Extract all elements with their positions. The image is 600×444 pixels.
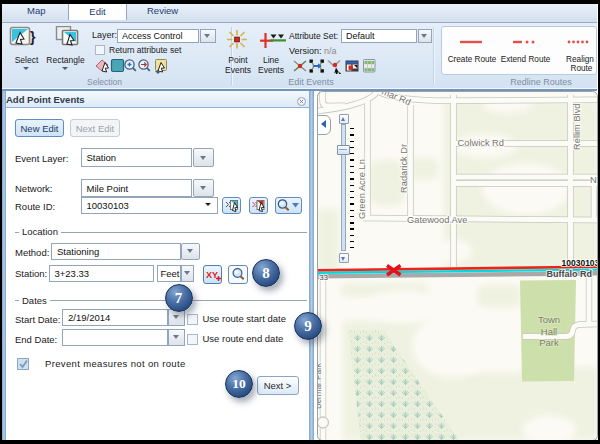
svg-text:Extend Route: Extend Route <box>501 55 551 64</box>
svg-text:Route: Route <box>571 64 593 73</box>
svg-text:Create Route: Create Route <box>448 55 497 64</box>
svg-text:Realign: Realign <box>566 55 594 64</box>
svg-text:}: } <box>30 29 36 45</box>
